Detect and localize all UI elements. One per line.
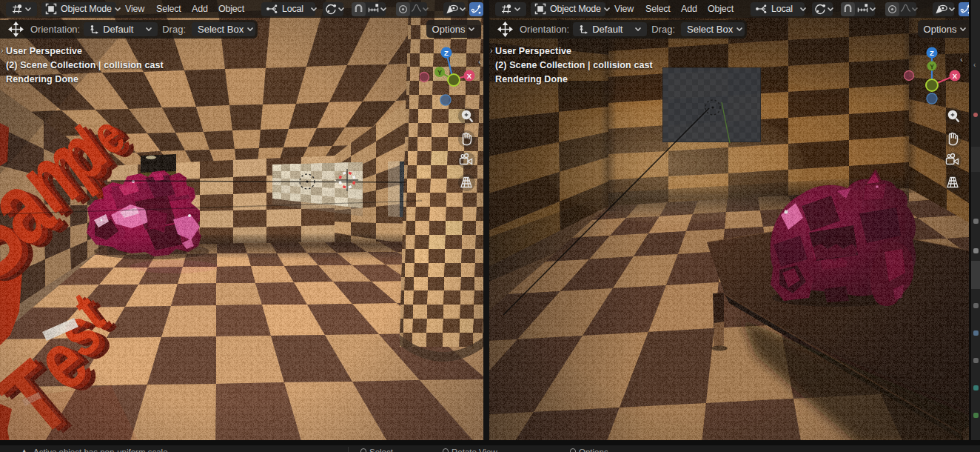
svg-text:Y: Y xyxy=(437,69,442,76)
svg-text:Z: Z xyxy=(444,49,449,57)
svg-text:X: X xyxy=(953,72,958,80)
svg-text:X: X xyxy=(467,72,472,80)
svg-text:Z: Z xyxy=(930,49,934,57)
svg-text:Y: Y xyxy=(930,63,934,70)
